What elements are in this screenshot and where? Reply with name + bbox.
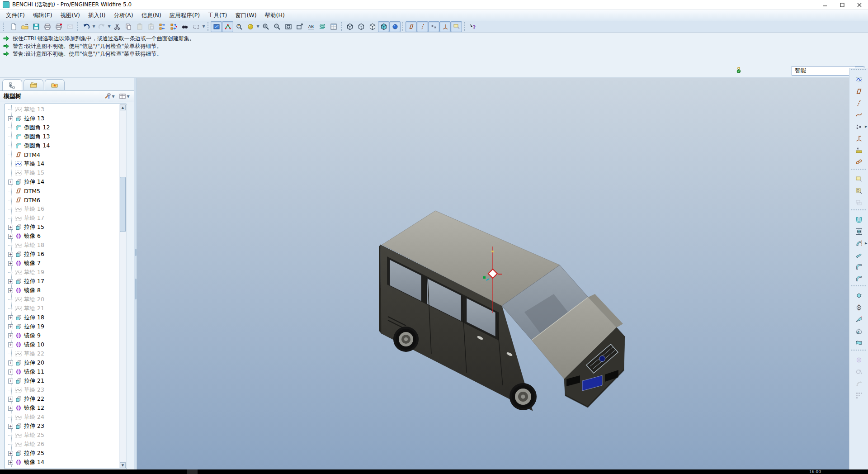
measure-tool-button[interactable] [852,144,866,156]
expand-icon[interactable]: + [8,424,13,429]
cut-button[interactable] [111,21,123,32]
favorites-tab[interactable] [45,79,65,90]
csys-display-button[interactable] [439,21,451,32]
tree-scrollbar[interactable]: ▲ ▼ [119,104,126,468]
tree-item-拉伸-14[interactable]: +拉伸 14 [5,177,119,186]
tree-item-草绘-14[interactable]: 草绘 14 [5,159,119,168]
plane-display-button[interactable] [406,21,417,32]
expand-icon[interactable]: + [8,225,13,230]
menu-item-插入I[interactable]: 插入(I) [84,10,109,21]
note-tool-button[interactable] [852,173,866,185]
tree-item-镜像-6[interactable]: +镜像 6 [5,232,119,241]
tree-item-草绘-13[interactable]: 草绘 13 [5,105,119,114]
navigator-sash[interactable] [134,78,137,469]
datum-point-tool-button[interactable]: ▶ [852,121,866,132]
tree-item-镜像-10[interactable]: +镜像 10 [5,340,119,349]
tree-item-拉伸-22[interactable]: +拉伸 22 [5,394,119,403]
tree-item-拉伸-17[interactable]: +拉伸 17 [5,277,119,286]
undo-button[interactable] [80,21,92,32]
tree-item-DTM4[interactable]: DTM4 [5,150,119,159]
expand-icon[interactable]: + [8,406,13,411]
shaded-button[interactable] [378,21,389,32]
extrude-tool-button[interactable] [852,226,866,237]
tree-item-草绘-25[interactable]: 草绘 25 [5,431,119,440]
tree-item-拉伸-19[interactable]: +拉伸 19 [5,322,119,331]
tree-item-镜像-12[interactable]: +镜像 12 [5,403,119,412]
tree-item-镜像-7[interactable]: +镜像 7 [5,259,119,268]
appearance-gallery-dropdown-icon[interactable]: ▼ [256,24,260,28]
hole-tool-button[interactable] [852,302,866,313]
tree-item-草绘-19[interactable]: 草绘 19 [5,268,119,277]
graphics-viewport-3d[interactable] [137,78,849,469]
chamfer-tool-button[interactable] [852,273,866,284]
find-button[interactable] [179,21,190,32]
tree-item-镜像-11[interactable]: +镜像 11 [5,367,119,376]
new-file-button[interactable] [8,21,19,32]
sash-handle[interactable] [135,279,137,299]
hidden-line-button[interactable] [355,21,367,32]
spin-center-button[interactable] [389,21,401,32]
orientation-spin-button[interactable] [233,21,245,32]
redo-dropdown-icon[interactable]: ▼ [107,24,111,28]
zoom-in-button[interactable] [260,21,271,32]
refit-button[interactable] [283,21,294,32]
tree-item-草绘-18[interactable]: 草绘 18 [5,241,119,250]
tree-item-拉伸-21[interactable]: +拉伸 21 [5,376,119,385]
menu-item-应用程序P[interactable]: 应用程序(P) [165,10,204,21]
expand-icon[interactable]: + [8,460,13,465]
annotation-feature-tool-button[interactable] [852,185,866,196]
extrude-cut-tool-button[interactable] [852,290,866,301]
flyout-arrow-icon[interactable]: ▶ [865,125,867,128]
expand-icon[interactable]: + [8,234,13,239]
tree-item-草绘-23[interactable]: 草绘 23 [5,385,119,394]
expand-icon[interactable]: + [8,342,13,347]
tree-item-拉伸-18[interactable]: +拉伸 18 [5,313,119,322]
expand-icon[interactable]: + [8,451,13,456]
scroll-down-icon[interactable]: ▼ [120,462,126,468]
menu-item-帮助H[interactable]: 帮助(H) [261,10,289,21]
print-setup-button[interactable] [53,21,64,32]
tree-item-拉伸-25[interactable]: +拉伸 25 [5,449,119,458]
round-tool-button[interactable] [852,261,866,272]
annotation-display-button[interactable] [451,21,462,32]
appearance-gallery-button[interactable] [245,21,256,32]
tree-item-拉伸-13[interactable]: +拉伸 13 [5,114,119,123]
zoom-out-button[interactable] [271,21,283,32]
layers-button[interactable] [316,21,328,32]
geometry-display-button[interactable] [222,21,233,32]
expand-icon[interactable]: + [8,279,13,284]
save-file-button[interactable] [30,21,42,32]
tree-settings-button[interactable]: ▼ [104,93,115,100]
tree-item-倒圆角-13[interactable]: 倒圆角 13 [5,132,119,141]
menu-item-工具T[interactable]: 工具(T) [204,10,231,21]
point-display-button[interactable] [428,21,439,32]
tree-item-草绘-24[interactable]: 草绘 24 [5,412,119,422]
open-file-button[interactable] [19,21,30,32]
axis-display-button[interactable] [417,21,428,32]
context-help-button[interactable]: ? [467,21,478,32]
shell-tool-button[interactable] [852,214,866,225]
tree-item-拉伸-23[interactable]: +拉伸 23 [5,422,119,431]
datum-axis-tool-button[interactable] [852,97,866,109]
expand-icon[interactable]: + [8,370,13,374]
reorient-button[interactable] [294,21,305,32]
selection-buffer-dropdown-icon[interactable]: ▼ [202,24,206,28]
expand-icon[interactable]: + [8,379,13,384]
wireframe-button[interactable] [344,21,355,32]
repaint-button[interactable] [211,21,222,32]
boundary-blend-tool-button[interactable] [852,337,866,348]
copy-button[interactable] [123,21,134,32]
tree-item-草绘-16[interactable]: 草绘 16 [5,204,119,213]
menu-item-窗口W[interactable]: 窗口(W) [231,10,260,21]
print-button[interactable] [42,21,53,32]
tree-item-草绘-15[interactable]: 草绘 15 [5,168,119,177]
draft-tool-button[interactable] [852,313,866,325]
tree-item-倒圆角-12[interactable]: 倒圆角 12 [5,123,119,132]
minimize-button[interactable] [816,0,834,10]
menu-item-视图V[interactable]: 视图(V) [57,10,84,21]
datum-curve-tool-button[interactable] [852,109,866,120]
scroll-up-icon[interactable]: ▲ [120,104,126,110]
annotation-orientation-button[interactable]: AB [305,21,316,32]
tree-item-拉伸-16[interactable]: +拉伸 16 [5,250,119,259]
tree-item-草绘-21[interactable]: 草绘 21 [5,304,119,313]
